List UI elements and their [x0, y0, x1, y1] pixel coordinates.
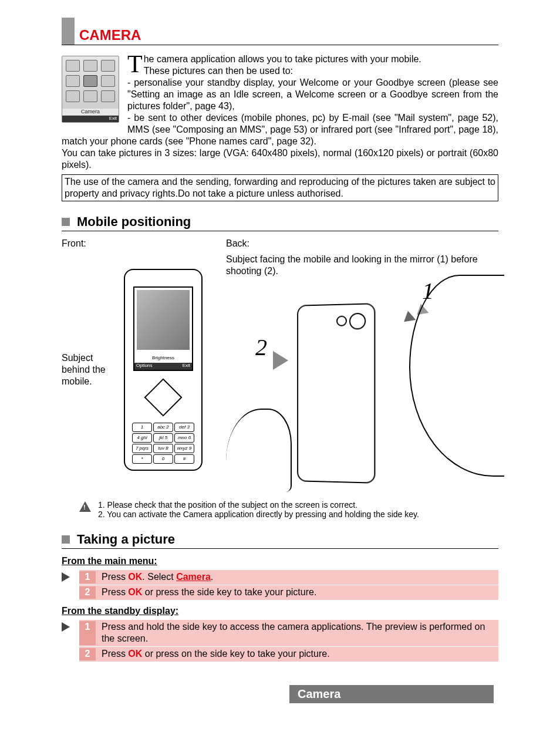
step-row: 1 Press and hold the side key to access … [79, 620, 498, 647]
step-text: Press [102, 649, 128, 659]
section-taking-title: Taking a picture [77, 532, 175, 547]
screen-exit: Exit [183, 363, 190, 370]
warning-2: 2. You can activate the Camera applicati… [98, 510, 419, 519]
steps-main-menu: 1 Press OK. Select Camera. 2 Press OK or… [62, 570, 498, 600]
key-0: 0 [153, 454, 173, 464]
sub-from-main-menu: From the main menu: [62, 556, 498, 566]
key-6: mno 6 [174, 433, 194, 443]
key-1: 1 [132, 423, 152, 432]
page-title: CAMERA [79, 27, 141, 45]
key-4: 4 ghi [132, 433, 152, 443]
ok-text: OK [128, 572, 142, 582]
positioning-block: Front: Subject behind the mobile. Bright… [62, 238, 498, 492]
page-footer: Camera [62, 685, 498, 703]
step-number: 1 [79, 621, 96, 646]
warning-icon [79, 501, 91, 512]
intro-paragraph: Camera Exit The camera application allow… [62, 53, 498, 201]
intro-bullet1: - personalise your standby display, your… [127, 77, 498, 111]
camera-link-text: Camera [176, 572, 211, 582]
back-label: Back: [226, 238, 498, 249]
warning-1: 1. Please check that the position of the… [98, 500, 419, 510]
intro-sizes: You can take pictures in 3 sizes: large … [62, 147, 498, 171]
step-text: . [211, 572, 213, 582]
phone-back-illustration: 2 1 [226, 281, 498, 492]
front-caption: Subject behind the mobile. [62, 352, 114, 387]
section-taking-header: Taking a picture [62, 532, 498, 549]
screen-brightness-label: Brightness [134, 355, 192, 360]
steps-standby: 1 Press and hold the side key to access … [62, 620, 498, 662]
intro-line1b: These pictures can then be used to: [144, 66, 293, 76]
camera-lens-icon [349, 313, 366, 330]
intro-line1a: he camera application allows you to take… [144, 54, 421, 64]
step-text: or press on the side key to take your pi… [142, 649, 329, 659]
screen-options: Options [136, 363, 153, 370]
mirror-icon [336, 316, 347, 326]
key-2: abc 2 [153, 423, 173, 432]
step-arrow-icon [62, 572, 70, 582]
page-title-bar: CAMERA [62, 18, 498, 45]
section-positioning-header: Mobile positioning [62, 214, 498, 231]
ok-text: OK [128, 649, 142, 659]
back-caption: Subject facing the mobile and looking in… [226, 254, 498, 277]
step-row: 2 Press OK or press the side key to take… [79, 585, 498, 600]
step-row: 1 Press OK. Select Camera. [79, 570, 498, 585]
title-accent [62, 18, 75, 45]
front-label: Front: [62, 238, 214, 249]
step-arrow-icon [62, 622, 70, 632]
sub-from-standby: From the standby display: [62, 606, 498, 616]
step-number: 2 [79, 648, 96, 660]
legal-notice: The use of the camera and the sending, f… [62, 174, 498, 201]
step-number: 2 [79, 586, 96, 599]
key-hash: # [174, 454, 194, 464]
section-positioning-title: Mobile positioning [77, 214, 191, 230]
section-bullet-icon [62, 535, 70, 544]
hand-icon [226, 409, 292, 492]
key-3: def 3 [174, 423, 194, 432]
key-8: tuv 8 [153, 444, 173, 453]
step-text: Press [102, 572, 128, 582]
key-9: wxyz 9 [174, 444, 194, 453]
face-outline-icon [409, 275, 504, 477]
phone-front-illustration: Brightness Options Exit 1 abc 2 def 3 4 … [124, 269, 203, 471]
menu-screenshot-icon: Camera Exit [62, 56, 119, 123]
key-7: 7 pqrs [132, 444, 152, 453]
step-text: or press the side key to take your pictu… [142, 587, 316, 597]
icon-camera-label: Camera [62, 109, 119, 115]
annotation-2: 2 [255, 333, 267, 361]
step-text: Press and hold the side key to access th… [102, 621, 495, 646]
dropcap: T [127, 53, 144, 75]
step-row: 2 Press OK or press on the side key to t… [79, 647, 498, 662]
key-5: jkl 5 [153, 433, 173, 443]
step-text: . Select [142, 572, 176, 582]
step-text: Press [102, 587, 128, 597]
section-bullet-icon [62, 218, 70, 226]
footer-label: Camera [289, 685, 494, 703]
intro-bullet2: - be sent to other devices (mobile phone… [62, 113, 498, 146]
step-number: 1 [79, 571, 96, 583]
key-star: * [132, 454, 152, 464]
ok-text: OK [128, 587, 142, 597]
warnings-block: 1. Please check that the position of the… [79, 500, 498, 519]
icon-softkey-right: Exit [109, 116, 117, 122]
